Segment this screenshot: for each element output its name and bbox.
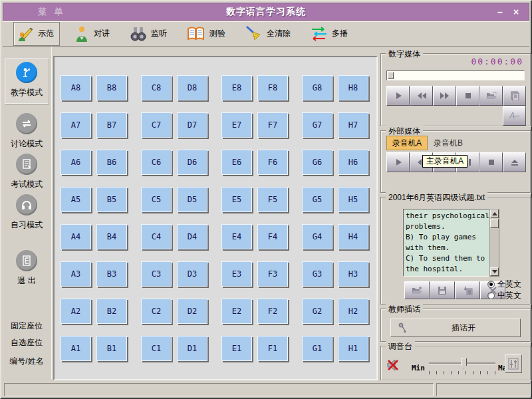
seat-g4[interactable]: G4 <box>302 224 332 249</box>
seat-e5[interactable]: E5 <box>221 187 252 212</box>
seat-f1[interactable]: F1 <box>257 336 288 361</box>
volume-slider[interactable] <box>429 357 495 370</box>
sidebar-fixed-seat-link[interactable]: 固定座位 <box>3 321 51 332</box>
seat-d1[interactable]: D1 <box>177 336 207 361</box>
seat-h1[interactable]: H1 <box>338 336 368 361</box>
seat-a6[interactable]: A6 <box>61 150 91 175</box>
seat-a3[interactable]: A3 <box>61 261 91 287</box>
text-scrollbar[interactable] <box>489 209 499 277</box>
seat-c2[interactable]: C2 <box>141 299 172 324</box>
sidebar-mode-self-study[interactable]: 自习模式 <box>5 192 49 237</box>
seat-f3[interactable]: F3 <box>257 261 288 287</box>
seat-h6[interactable]: H6 <box>338 150 368 175</box>
toolbar-quiz-button[interactable]: 测验 <box>184 23 231 45</box>
seat-g8[interactable]: G8 <box>302 75 332 100</box>
seat-c5[interactable]: C5 <box>141 187 172 212</box>
media-progress-slider[interactable] <box>386 70 525 80</box>
seat-b1[interactable]: B1 <box>96 336 127 361</box>
seat-e3[interactable]: E3 <box>221 261 252 287</box>
seat-h7[interactable]: H7 <box>338 112 368 138</box>
tab-recorder-b[interactable]: 录音机B <box>428 136 469 150</box>
stop-button[interactable] <box>456 86 479 106</box>
seat-g2[interactable]: G2 <box>302 299 332 324</box>
seat-b8[interactable]: B8 <box>96 75 127 100</box>
text-save-button[interactable] <box>430 281 455 299</box>
seat-g1[interactable]: G1 <box>302 336 332 361</box>
seat-g7[interactable]: G7 <box>302 112 332 138</box>
seat-c4[interactable]: C4 <box>141 224 172 249</box>
seat-c6[interactable]: C6 <box>141 150 172 175</box>
seat-d4[interactable]: D4 <box>177 224 207 249</box>
seat-e6[interactable]: E6 <box>221 150 252 175</box>
seat-h4[interactable]: H4 <box>338 224 368 249</box>
seat-c8[interactable]: C8 <box>141 75 172 100</box>
close-button[interactable]: × <box>509 3 523 20</box>
seat-e8[interactable]: E8 <box>221 75 252 100</box>
mixer-settings-button[interactable] <box>505 354 522 373</box>
toolbar-multicast-button[interactable]: 多播 <box>307 23 354 45</box>
scrollbar-thumb[interactable] <box>490 219 499 228</box>
seat-f7[interactable]: F7 <box>257 112 288 138</box>
open-file-button[interactable] <box>479 86 503 106</box>
minimize-button[interactable]: – <box>493 3 507 20</box>
ext-eject-button[interactable] <box>503 152 526 172</box>
scroll-down-button[interactable] <box>490 267 499 276</box>
seat-d6[interactable]: D6 <box>177 150 207 175</box>
toolbar-demo-button[interactable]: 示范 <box>13 22 60 46</box>
seat-a7[interactable]: A7 <box>61 112 91 138</box>
seat-d5[interactable]: D5 <box>177 187 207 212</box>
seat-a5[interactable]: A5 <box>61 187 91 212</box>
seat-d2[interactable]: D2 <box>177 299 207 324</box>
ext-stop-button[interactable] <box>479 152 503 172</box>
toolbar-intercom-button[interactable]: 对讲 <box>70 22 116 46</box>
mute-speaker-icon[interactable] <box>385 357 401 373</box>
seat-g3[interactable]: G3 <box>302 261 332 287</box>
seat-h5[interactable]: H5 <box>338 187 368 212</box>
media-progress-thumb[interactable] <box>388 72 394 79</box>
seat-d8[interactable]: D8 <box>177 75 207 100</box>
seat-b5[interactable]: B5 <box>96 187 127 212</box>
seat-f8[interactable]: F8 <box>257 75 288 100</box>
seat-a4[interactable]: A4 <box>61 224 91 249</box>
seat-e4[interactable]: E4 <box>221 224 252 249</box>
seat-f5[interactable]: F5 <box>257 187 288 212</box>
seat-b2[interactable]: B2 <box>96 299 127 324</box>
insert-talk-button[interactable]: 插话开 <box>390 319 521 337</box>
playlist-button[interactable] <box>503 86 526 106</box>
sidebar-mode-discussion[interactable]: 讨论模式 <box>5 110 49 156</box>
sidebar-mode-teaching[interactable]: 教学模式 <box>5 59 49 104</box>
seat-f4[interactable]: F4 <box>257 224 288 249</box>
seat-a1[interactable]: A1 <box>61 336 91 361</box>
text-import-button[interactable] <box>455 281 480 299</box>
play-button[interactable] <box>386 86 410 106</box>
volume-thumb[interactable] <box>461 358 467 368</box>
radio-chinese-english[interactable]: 中英文 <box>487 290 521 301</box>
seat-b3[interactable]: B3 <box>96 261 127 287</box>
seat-g5[interactable]: G5 <box>302 187 332 212</box>
seat-d7[interactable]: D7 <box>177 112 207 138</box>
text-open-file-button[interactable] <box>404 281 430 299</box>
seat-b7[interactable]: B7 <box>96 112 127 138</box>
ext-play-button[interactable] <box>386 152 410 172</box>
toolbar-clear-all-button[interactable]: 全清除 <box>242 22 297 46</box>
tab-recorder-a[interactable]: 录音机A <box>386 136 428 150</box>
seat-b6[interactable]: B6 <box>96 150 127 175</box>
toolbar-monitor-button[interactable]: 监听 <box>126 23 173 45</box>
fast-forward-button[interactable] <box>433 86 456 106</box>
seat-e2[interactable]: E2 <box>221 299 252 324</box>
seat-f6[interactable]: F6 <box>257 150 288 175</box>
seat-e1[interactable]: E1 <box>221 336 252 361</box>
seat-d3[interactable]: D3 <box>177 261 207 287</box>
text-content-area[interactable]: their psychological problems. B) To play… <box>403 209 489 277</box>
seat-a8[interactable]: A8 <box>61 75 91 100</box>
radio-all-english[interactable]: 全英文 <box>487 279 521 290</box>
seat-c1[interactable]: C1 <box>141 336 172 361</box>
sidebar-mode-exam[interactable]: 考试模式 <box>5 151 49 196</box>
seat-e7[interactable]: E7 <box>221 112 252 138</box>
seat-h8[interactable]: H8 <box>338 75 368 100</box>
seat-a2[interactable]: A2 <box>61 299 91 324</box>
seat-h3[interactable]: H3 <box>338 261 368 287</box>
seat-h2[interactable]: H2 <box>338 299 368 324</box>
seat-b4[interactable]: B4 <box>96 224 127 249</box>
sidebar-mode-exit[interactable]: 退 出 <box>5 247 49 293</box>
